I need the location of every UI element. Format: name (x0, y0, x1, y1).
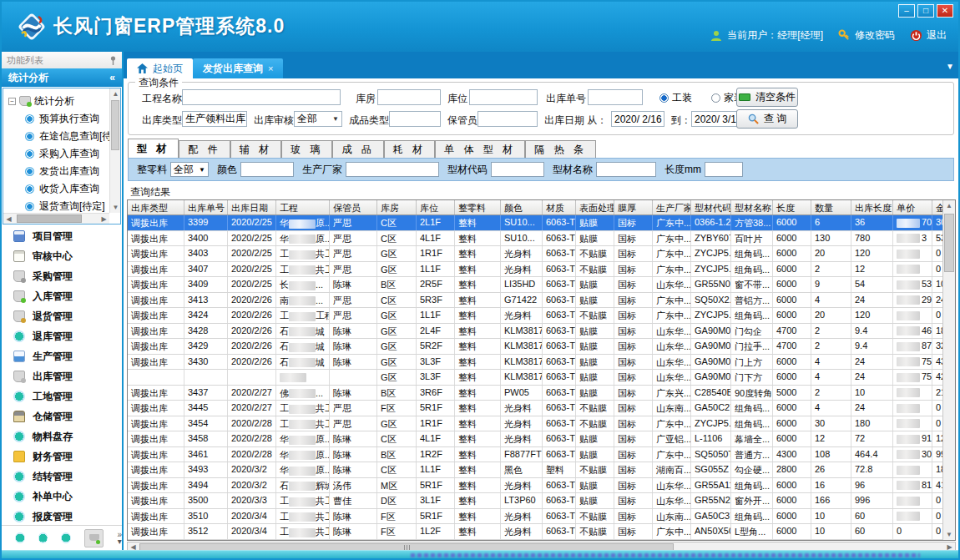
product-type-input[interactable] (389, 111, 441, 127)
material-tab-8[interactable]: 隔 热 条 (525, 140, 596, 158)
tab-list-chevron-down-icon[interactable]: ▼ (946, 62, 954, 71)
cart-group-button[interactable] (84, 529, 104, 547)
warehouse-input[interactable] (377, 89, 441, 105)
table-row[interactable]: 调拨出库34452020/2/27工共工程严思F区5R1F整料光身料6063-T… (128, 401, 955, 416)
table-row[interactable]: 调拨出库34372020/2/27佛...陈琳B区3R6F整料PW056063-… (128, 386, 955, 401)
table-row[interactable]: 调拨出库34542020/2/28工共工程严思G区1R1F整料光身料6063-T… (128, 416, 955, 432)
date-from-select[interactable]: 2020/ 2/16▼ (611, 111, 664, 127)
tree-expander-icon[interactable]: − (8, 98, 16, 105)
material-tab-2[interactable]: 配 件 (179, 140, 230, 158)
grid-horizontal-scrollbar[interactable]: ◀ ▶ (127, 542, 956, 550)
column-header[interactable]: 库位 (417, 200, 455, 214)
sidebar-item-结转管理[interactable]: 结转管理 (2, 467, 122, 487)
column-header[interactable]: 整零料 (455, 200, 501, 214)
column-header[interactable]: 库房 (377, 200, 417, 214)
column-header[interactable]: 型材代码 (691, 200, 731, 214)
table-row[interactable]: 调拨出库34132020/2/26南...严思C区5R3F整料G71422606… (128, 293, 955, 309)
sidebar-item-生产管理[interactable]: 生产管理 (2, 346, 122, 366)
clear-conditions-button[interactable]: 清空条件 (736, 88, 798, 107)
column-header[interactable]: 长度 (773, 200, 811, 214)
table-row[interactable]: 调拨出库34302020/2/26石城陈琳G区3L3F整料KLM38176063… (128, 355, 955, 371)
logout-button[interactable]: 退出 (910, 28, 947, 43)
maximize-button[interactable]: □ (917, 4, 934, 18)
close-tab-icon[interactable]: × (268, 63, 273, 73)
grid-vscroll-thumb[interactable] (944, 214, 954, 272)
tree-item-在途信息查询[待[interactable]: 在途信息查询[待 (3, 128, 109, 145)
table-row[interactable]: 调拨出库34932020/3/2华原...陈琳C区1L1F整料黑色塑料不贴膜国标… (128, 462, 955, 478)
scroll-right-icon[interactable]: ▶ (944, 542, 955, 550)
tree-item-退货查询[待定][interactable]: 退货查询[待定] (3, 198, 109, 213)
scroll-down-icon[interactable]: ▼ (110, 202, 121, 213)
column-header[interactable]: 生产厂家 (653, 200, 691, 214)
sidebar-item-工地管理[interactable]: 工地管理 (2, 386, 122, 406)
table-row[interactable]: 调拨出库34612020/2/28华原...陈琳B区1R2F整料F8877FT6… (128, 447, 955, 463)
tree-item-预算执行查询[interactable]: 预算执行查询 (3, 110, 109, 128)
profile-name-input[interactable] (596, 162, 656, 177)
sidebar-item-审核中心[interactable]: 审核中心 (2, 246, 122, 266)
group-dot-icon[interactable] (61, 532, 71, 543)
table-row[interactable]: 调拨出库35102020/3/4工共工程陈琳F区5R1F整料光身料6063-T5… (128, 509, 955, 525)
table-row[interactable]: 调拨出库34282020/2/26石城陈琳G区2L4F整料KLM38176063… (128, 324, 955, 340)
zhengling-select[interactable]: 全部▼ (170, 162, 209, 177)
table-row[interactable]: 调拨出库34582020/2/28华原...陈琳C区4L1F整料光身料6063-… (128, 431, 955, 447)
tree-item-发货出库查询[interactable]: 发货出库查询 (3, 163, 109, 180)
location-input[interactable] (469, 89, 538, 105)
table-row[interactable]: 调拨出库34292020/2/26石城陈琳G区5R2F整料KLM38176063… (128, 339, 955, 355)
sidebar-item-报废管理[interactable]: 报废管理 (2, 507, 122, 527)
group-dot-icon[interactable] (38, 532, 48, 543)
outbound-audit-select[interactable]: 全部▼ (294, 111, 342, 127)
table-row[interactable]: 调拨出库33992020/2/25华原...严思C区2L1F整料SU10...6… (128, 215, 955, 231)
scroll-left-icon[interactable]: ◀ (128, 542, 139, 550)
change-password-button[interactable]: 修改密码 (838, 28, 895, 43)
group-dot-icon[interactable] (15, 532, 25, 543)
material-tab-3[interactable]: 辅 材 (230, 140, 281, 158)
sidebar-item-出库管理[interactable]: 出库管理 (2, 366, 122, 386)
tab-shipment-outbound-query[interactable]: 发货出库查询 × (193, 58, 283, 78)
tree-vscroll-thumb[interactable] (111, 100, 119, 150)
color-input[interactable] (240, 162, 294, 177)
scroll-right-icon[interactable]: ▶ (99, 214, 109, 225)
table-row[interactable]: 调拨出库34942020/3/2石辉城汤伟M区5R1F整料光身料6063-T5贴… (128, 478, 955, 494)
tree-horizontal-scrollbar[interactable]: ◀ ▶ (3, 213, 109, 224)
sidebar-item-退货管理[interactable]: 退货管理 (2, 306, 122, 326)
grid-hscroll-thumb[interactable] (139, 543, 674, 550)
sidebar-item-补单中心[interactable]: 补单中心 (2, 487, 122, 507)
material-tab-1[interactable]: 型 材 (128, 139, 179, 158)
column-header[interactable]: 材质 (543, 200, 576, 214)
column-header[interactable]: 出库类型 (128, 200, 184, 214)
order-no-input[interactable] (588, 89, 643, 105)
material-tab-5[interactable]: 成 品 (332, 140, 383, 158)
sidebar-section-statistics[interactable]: 统计分析 « (2, 68, 122, 87)
column-header[interactable]: 型材名称 (731, 200, 773, 214)
close-button[interactable]: ✕ (937, 4, 953, 18)
column-header[interactable]: 出库长度 (851, 200, 893, 214)
length-input[interactable] (705, 162, 743, 177)
pin-icon[interactable] (109, 56, 117, 65)
sidebar-item-财务管理[interactable]: 财务管理 (2, 446, 122, 467)
profile-code-input[interactable] (491, 162, 544, 177)
tree-vertical-scrollbar[interactable]: ▲ ▼ (109, 88, 120, 213)
tree-item-采购入库查询[interactable]: 采购入库查询 (3, 145, 109, 163)
table-row[interactable]: 调拨出库34002020/2/25华原...严思C区4L1F整料SU10...6… (128, 231, 955, 247)
collapse-icon[interactable]: « (109, 72, 115, 83)
column-header[interactable]: 颜色 (501, 200, 543, 214)
column-header[interactable]: 膜厚 (614, 200, 653, 214)
tree-hscroll-thumb[interactable] (17, 214, 82, 223)
more-groups-button[interactable]: »▾ (117, 532, 122, 545)
column-header[interactable]: 表面处理 (576, 200, 614, 214)
table-row[interactable]: 调拨出库35002020/3/3工共工程曹佳D区3L1F整料LT3P606063… (128, 493, 955, 509)
sidebar-item-退库管理[interactable]: 退库管理 (2, 326, 122, 346)
minimize-button[interactable]: – (898, 4, 915, 18)
scroll-up-icon[interactable]: ▲ (110, 88, 121, 99)
search-button[interactable]: 查 询 (736, 109, 798, 129)
material-tab-4[interactable]: 玻 璃 (281, 140, 332, 158)
sidebar-item-项目管理[interactable]: 项目管理 (2, 226, 122, 246)
column-header[interactable]: 数量 (811, 200, 851, 214)
column-header[interactable]: 保管员 (330, 200, 377, 214)
sidebar-item-仓储管理[interactable]: 仓储管理 (2, 406, 122, 426)
table-row[interactable]: 调拨出库34072020/2/25工共工程严思G区1L1F整料光身料6063-T… (128, 262, 955, 278)
column-header[interactable]: 出库日期 (228, 200, 276, 214)
grid-vertical-scrollbar[interactable]: ▲ ▼ (942, 200, 955, 540)
sidebar-item-入库管理[interactable]: 入库管理 (2, 286, 122, 306)
factory-input[interactable] (346, 162, 439, 177)
